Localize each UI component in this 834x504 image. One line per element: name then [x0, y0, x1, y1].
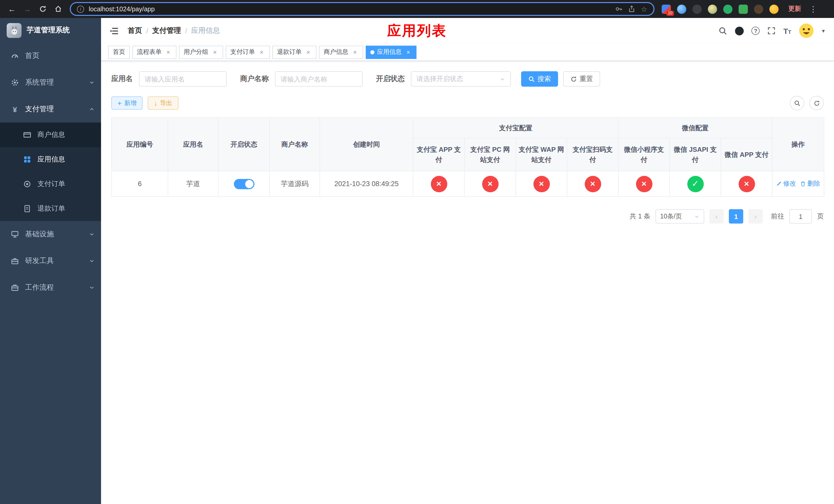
- user-avatar[interactable]: [799, 23, 814, 39]
- bookmark-star-icon[interactable]: ☆: [641, 5, 647, 13]
- reset-button[interactable]: 重置: [563, 71, 600, 87]
- app-name-label: 应用名: [111, 74, 133, 84]
- sidebar-item-dev-tools[interactable]: 研发工具: [0, 248, 101, 274]
- breadcrumb-item[interactable]: 首页: [128, 26, 142, 36]
- extension-icon-7[interactable]: [754, 4, 763, 14]
- reload-button[interactable]: [36, 2, 49, 16]
- breadcrumb-separator: /: [185, 27, 187, 35]
- sidebar-item-home[interactable]: 首页: [0, 43, 101, 69]
- col-header-alipay-app: 支付宝 APP 支付: [413, 138, 464, 171]
- sidebar-item-payment-orders[interactable]: 支付订单: [0, 172, 101, 197]
- next-page-button[interactable]: ›: [748, 209, 763, 224]
- merchant-name-input[interactable]: [275, 71, 363, 87]
- extension-icon-5[interactable]: [723, 4, 732, 14]
- extension-icon-4[interactable]: [708, 4, 717, 14]
- refresh-table-button[interactable]: [809, 96, 824, 110]
- close-icon[interactable]: ×: [351, 48, 358, 55]
- col-header-alipay-wap: 支付宝 WAP 网站支付: [516, 138, 567, 171]
- tab-merchant-info[interactable]: 商户信息 ×: [319, 45, 363, 59]
- search-button[interactable]: 搜索: [521, 71, 558, 87]
- alipay-wap-status-icon: ×: [533, 176, 550, 192]
- grid-icon: [23, 155, 32, 164]
- col-header-status: 开启状态: [218, 118, 269, 171]
- close-icon[interactable]: ×: [211, 48, 219, 55]
- sidebar-item-merchant-info[interactable]: 商户信息: [0, 122, 101, 147]
- tab-payment-orders[interactable]: 支付订单 ×: [226, 45, 270, 59]
- edit-button[interactable]: 修改: [776, 180, 796, 188]
- tab-refund-orders[interactable]: 退款订单 ×: [272, 45, 316, 59]
- sidebar-item-workflow[interactable]: 工作流程: [0, 274, 101, 301]
- status-cell: [218, 171, 269, 197]
- sidebar-item-refund-orders[interactable]: 退款订单: [0, 197, 101, 221]
- main-area: 首页 / 支付管理 / 应用信息 应用列表 ? TT: [101, 18, 834, 504]
- password-key-icon[interactable]: [615, 5, 623, 13]
- actions-cell: 修改 删除: [772, 171, 824, 197]
- wechat-jsapi-status-icon: ✓: [687, 176, 703, 192]
- export-button[interactable]: ↓ 导出: [148, 96, 178, 110]
- sidebar-item-label: 退款订单: [38, 204, 65, 213]
- browser-menu-icon[interactable]: ⋮: [807, 4, 820, 14]
- sidebar-item-system[interactable]: 系统管理: [0, 69, 101, 96]
- col-header-app-id: 应用编号: [112, 118, 168, 171]
- tab-app-info[interactable]: 应用信息 ×: [366, 45, 416, 59]
- home-button[interactable]: [51, 2, 65, 16]
- fullscreen-icon[interactable]: [767, 27, 775, 35]
- navbar-actions: ? TT ▾: [719, 23, 825, 39]
- sidebar-item-label: 商户信息: [38, 130, 65, 139]
- browser-update-button[interactable]: 更新: [785, 3, 805, 15]
- status-select[interactable]: 请选择开启状态: [411, 71, 511, 87]
- app-name-cell: 芋道: [168, 171, 218, 197]
- sidebar-item-payment[interactable]: ¥ 支付管理: [0, 96, 101, 122]
- extension-icon-2[interactable]: [677, 4, 686, 14]
- extension-icon-6[interactable]: [739, 4, 748, 14]
- close-icon[interactable]: ×: [405, 48, 412, 55]
- tab-process-form[interactable]: 流程表单 ×: [132, 45, 176, 59]
- github-icon[interactable]: [735, 26, 744, 35]
- tab-home[interactable]: 首页: [108, 45, 130, 59]
- breadcrumb-item[interactable]: 支付管理: [152, 26, 181, 36]
- extension-icon-1[interactable]: 10: [662, 4, 671, 14]
- add-button[interactable]: + 新增: [111, 96, 142, 110]
- extension-icon-3[interactable]: [693, 4, 702, 14]
- sidebar-item-app-info[interactable]: 应用信息: [0, 147, 101, 172]
- close-icon[interactable]: ×: [258, 48, 265, 55]
- wechat-app-status-icon: ×: [738, 176, 755, 192]
- help-icon[interactable]: ?: [751, 27, 760, 35]
- close-icon[interactable]: ×: [164, 48, 172, 55]
- screen: ← → i localhost:1024/pay/app ☆ 10: [0, 0, 834, 504]
- extension-icon-8[interactable]: [769, 4, 778, 14]
- prev-page-button[interactable]: ‹: [709, 209, 724, 224]
- gear-icon: [10, 78, 20, 87]
- page-title: 应用列表: [387, 22, 447, 40]
- merchant-name-label: 商户名称: [240, 74, 269, 84]
- delete-button[interactable]: 删除: [800, 180, 820, 188]
- alipay-app-cell: ×: [413, 171, 464, 197]
- address-bar[interactable]: i localhost:1024/pay/app ☆: [70, 2, 655, 16]
- col-header-alipay-pc: 支付宝 PC 网站支付: [464, 138, 516, 171]
- url-text[interactable]: localhost:1024/pay/app: [89, 5, 615, 13]
- filter-form: 应用名 商户名称 开启状态 请选择开启状态: [111, 71, 824, 87]
- status-toggle[interactable]: [234, 179, 254, 189]
- site-info-icon[interactable]: i: [77, 5, 84, 13]
- collapse-sidebar-icon[interactable]: [109, 26, 119, 36]
- close-icon[interactable]: ×: [305, 48, 312, 55]
- forward-button[interactable]: →: [21, 2, 34, 16]
- app-id-cell: 6: [112, 171, 168, 197]
- chevron-down-icon[interactable]: ▾: [822, 27, 825, 34]
- app-name-input[interactable]: [139, 71, 227, 87]
- back-button[interactable]: ←: [5, 2, 19, 16]
- app-logo-row[interactable]: 芋道管理系统: [0, 18, 101, 43]
- toggle-search-button[interactable]: [790, 96, 804, 110]
- page-number-button[interactable]: 1: [729, 209, 743, 224]
- chevron-down-icon: [89, 258, 95, 264]
- document-icon: [23, 205, 32, 213]
- page-size-select[interactable]: 10条/页: [656, 209, 704, 224]
- font-size-icon[interactable]: TT: [783, 27, 791, 35]
- share-icon[interactable]: [628, 5, 636, 13]
- col-group-alipay: 支付宝配置: [413, 118, 618, 138]
- tab-user-group[interactable]: 用户分组 ×: [179, 45, 223, 59]
- wechat-mini-status-icon: ×: [636, 176, 652, 192]
- search-icon[interactable]: [719, 26, 727, 35]
- sidebar-item-infrastructure[interactable]: 基础设施: [0, 221, 101, 248]
- goto-page-input[interactable]: [789, 209, 812, 224]
